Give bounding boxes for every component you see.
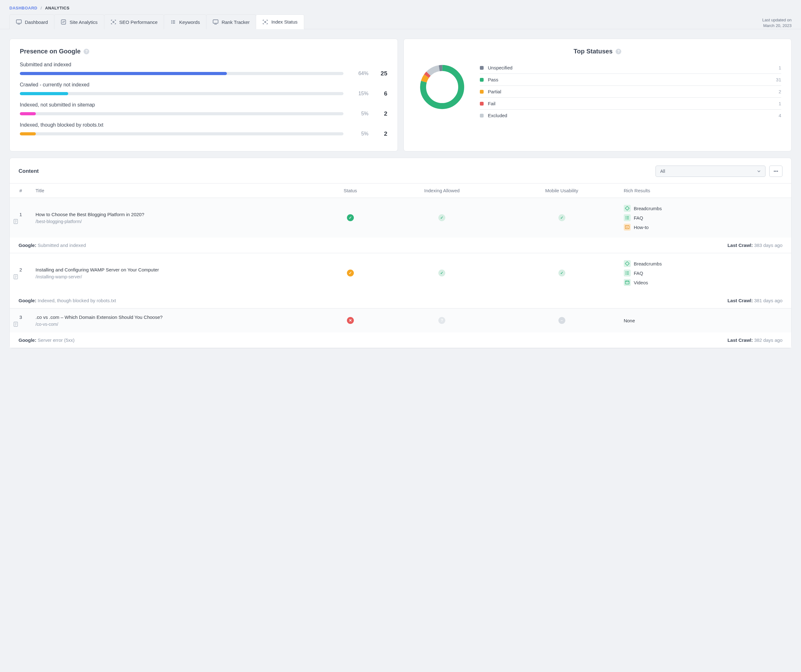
svg-point-4 <box>171 22 172 22</box>
content-title: Content <box>19 168 39 174</box>
presence-label: Indexed, though blocked by robots.txt <box>20 122 388 128</box>
chart-icon <box>61 20 66 24</box>
presence-count: 6 <box>378 90 388 97</box>
google-status: Server error (5xx) <box>38 338 75 343</box>
table-row[interactable]: 1How to Choose the Best Blogging Platfor… <box>10 198 791 238</box>
svg-point-17 <box>625 273 626 273</box>
legend-row: Fail1 <box>480 98 782 109</box>
last-crawl-label: Last Crawl: <box>727 243 753 248</box>
document-icon <box>13 322 28 327</box>
svg-rect-9 <box>625 206 629 211</box>
table-row-detail: Google: Submitted and indexedLast Crawl:… <box>10 238 791 253</box>
presence-item: Submitted and indexed64%25 <box>20 62 388 77</box>
last-crawl-value: 381 days ago <box>754 298 782 303</box>
rich-label: Videos <box>634 280 648 285</box>
status-icon: ✕ <box>347 317 354 324</box>
google-label: Google: <box>19 338 37 343</box>
legend-swatch <box>480 66 484 70</box>
presence-card: Presence on Google ? Submitted and index… <box>10 39 398 151</box>
donut-slice <box>423 68 461 106</box>
tab-label: Rank Tracker <box>222 19 249 25</box>
last-updated-label: Last updated on <box>762 17 791 23</box>
status-icon: ✓ <box>347 270 354 277</box>
svg-point-3 <box>171 21 172 21</box>
legend-swatch <box>480 78 484 82</box>
breadcrumb-root[interactable]: DASHBOARD <box>10 6 37 10</box>
scan-icon <box>262 20 268 24</box>
legend-swatch <box>480 90 484 93</box>
rich-result: Breadcrumbs <box>624 259 788 268</box>
filter-select[interactable]: All <box>656 166 766 177</box>
presence-count: 2 <box>378 110 388 117</box>
chevron-down-icon <box>757 169 761 173</box>
tab-label: Site Analytics <box>69 19 97 25</box>
content-card: Content All ••• # Title Status <box>10 158 791 349</box>
rich-label: FAQ <box>634 215 643 220</box>
mobile-icon: ✓ <box>558 214 565 221</box>
presence-item: Indexed, not submitted in sitemap5%2 <box>20 102 388 117</box>
tab-site-analytics[interactable]: Site Analytics <box>54 14 104 29</box>
breadcrumb-separator: / <box>39 6 44 10</box>
help-icon[interactable]: ? <box>616 49 621 55</box>
last-crawl-label: Last Crawl: <box>727 338 753 343</box>
progress-bar <box>20 112 343 115</box>
monitor-icon <box>213 20 219 24</box>
rich-label: How-to <box>634 225 649 230</box>
rich-result: Videos <box>624 278 788 287</box>
last-updated-date: March 20, 2023 <box>762 23 791 29</box>
row-title[interactable]: .co vs .com – Which Domain Extension Sho… <box>35 314 317 320</box>
table-row-detail: Google: Indexed, though blocked by robot… <box>10 293 791 309</box>
tab-index[interactable]: Index Status <box>256 14 304 29</box>
legend-row: Pass31 <box>480 74 782 86</box>
mobile-icon: ✓ <box>558 270 565 277</box>
monitor-icon <box>16 20 22 24</box>
rich-result: FAQ <box>624 213 788 222</box>
presence-count: 25 <box>378 70 388 77</box>
presence-title: Presence on Google ? <box>20 48 388 55</box>
rich-result: FAQ <box>624 268 788 278</box>
rich-label: Breadcrumbs <box>634 261 662 267</box>
tab-dashboard[interactable]: Dashboard <box>10 14 55 29</box>
progress-bar <box>20 132 343 135</box>
google-label: Google: <box>19 243 37 248</box>
svg-point-7 <box>265 21 266 23</box>
mobile-icon: – <box>558 317 565 324</box>
legend-value: 4 <box>779 113 781 118</box>
presence-percent: 64% <box>353 71 368 76</box>
col-status: Status <box>320 183 380 198</box>
top-statuses-title: Top Statuses ? <box>414 48 782 55</box>
row-title[interactable]: How to Choose the Best Blogging Platform… <box>35 211 317 218</box>
legend-swatch <box>480 114 484 117</box>
more-button[interactable]: ••• <box>769 166 782 177</box>
rich-result: How-to <box>624 222 788 232</box>
dots-icon: ••• <box>774 169 778 174</box>
tab-seo[interactable]: SEO Performance <box>104 14 164 29</box>
help-icon[interactable]: ? <box>84 49 89 55</box>
row-path: /co-vs-com/ <box>35 322 317 327</box>
breadcrumb-current: ANALYTICS <box>45 6 69 10</box>
top-statuses-card: Top Statuses ? Unspecified1Pass31Partial… <box>404 39 792 151</box>
table-row-detail: Google: Server error (5xx)Last Crawl: 38… <box>10 333 791 348</box>
table-row[interactable]: 3.co vs .com – Which Domain Extension Sh… <box>10 309 791 333</box>
table-row[interactable]: 2Installing and Configuring WAMP Server … <box>10 253 791 293</box>
legend-row: Unspecified1 <box>480 62 782 74</box>
rich-result: Breadcrumbs <box>624 204 788 213</box>
legend-label: Pass <box>488 77 776 82</box>
row-title[interactable]: Installing and Configuring WAMP Server o… <box>35 267 317 273</box>
status-icon: ✓ <box>347 214 354 221</box>
row-number: 3 <box>13 315 28 320</box>
legend-label: Partial <box>488 89 779 94</box>
legend-value: 31 <box>776 77 781 82</box>
svg-point-12 <box>625 219 626 219</box>
col-title: Title <box>32 183 320 198</box>
col-mobile: Mobile Usability <box>503 183 620 198</box>
tab-rank[interactable]: Rank Tracker <box>206 14 256 29</box>
row-number: 2 <box>13 267 28 272</box>
google-status: Submitted and indexed <box>38 243 86 248</box>
presence-count: 2 <box>378 130 388 137</box>
last-crawl-label: Last Crawl: <box>727 298 753 303</box>
last-crawl-value: 383 days ago <box>754 243 782 248</box>
tab-keywords[interactable]: Keywords <box>164 14 206 29</box>
indexing-icon: ? <box>438 317 445 324</box>
tabs-bar: DashboardSite AnalyticsSEO PerformanceKe… <box>0 14 801 29</box>
